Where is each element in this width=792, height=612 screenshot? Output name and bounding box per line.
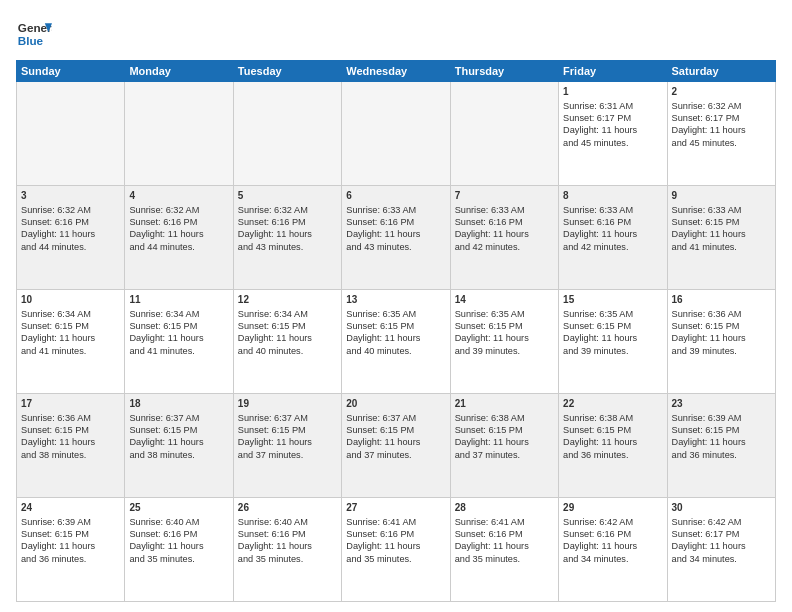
day-info: and 36 minutes.	[21, 553, 120, 565]
day-info: Daylight: 11 hours	[563, 540, 662, 552]
day-info: and 41 minutes.	[672, 241, 771, 253]
calendar-body: 1Sunrise: 6:31 AMSunset: 6:17 PMDaylight…	[17, 82, 776, 602]
day-info: and 39 minutes.	[563, 345, 662, 357]
day-info: Sunset: 6:15 PM	[129, 320, 228, 332]
day-info: Daylight: 11 hours	[455, 540, 554, 552]
day-info: and 40 minutes.	[346, 345, 445, 357]
calendar-day: 28Sunrise: 6:41 AMSunset: 6:16 PMDayligh…	[450, 498, 558, 602]
day-info: and 41 minutes.	[21, 345, 120, 357]
calendar-empty	[342, 82, 450, 186]
day-info: and 39 minutes.	[455, 345, 554, 357]
calendar-day: 17Sunrise: 6:36 AMSunset: 6:15 PMDayligh…	[17, 394, 125, 498]
day-info: and 38 minutes.	[129, 449, 228, 461]
day-number: 30	[672, 501, 771, 515]
calendar-empty	[17, 82, 125, 186]
day-info: Daylight: 11 hours	[563, 124, 662, 136]
day-info: and 44 minutes.	[21, 241, 120, 253]
weekday-header: Thursday	[450, 61, 558, 82]
calendar-day: 5Sunrise: 6:32 AMSunset: 6:16 PMDaylight…	[233, 186, 341, 290]
day-info: Sunset: 6:17 PM	[563, 112, 662, 124]
calendar-day: 8Sunrise: 6:33 AMSunset: 6:16 PMDaylight…	[559, 186, 667, 290]
day-number: 23	[672, 397, 771, 411]
day-info: Sunrise: 6:41 AM	[346, 516, 445, 528]
day-info: Sunrise: 6:42 AM	[672, 516, 771, 528]
day-number: 22	[563, 397, 662, 411]
day-info: Daylight: 11 hours	[672, 228, 771, 240]
day-info: Sunrise: 6:31 AM	[563, 100, 662, 112]
calendar-day: 24Sunrise: 6:39 AMSunset: 6:15 PMDayligh…	[17, 498, 125, 602]
day-info: Daylight: 11 hours	[129, 436, 228, 448]
day-info: and 35 minutes.	[238, 553, 337, 565]
day-info: Sunset: 6:15 PM	[21, 320, 120, 332]
calendar-day: 16Sunrise: 6:36 AMSunset: 6:15 PMDayligh…	[667, 290, 775, 394]
day-info: Sunrise: 6:35 AM	[455, 308, 554, 320]
day-info: Sunrise: 6:35 AM	[346, 308, 445, 320]
day-info: Sunset: 6:15 PM	[672, 320, 771, 332]
day-info: Sunrise: 6:39 AM	[672, 412, 771, 424]
day-info: Sunrise: 6:38 AM	[455, 412, 554, 424]
day-info: Sunrise: 6:34 AM	[21, 308, 120, 320]
day-info: Daylight: 11 hours	[672, 124, 771, 136]
day-number: 10	[21, 293, 120, 307]
day-info: Sunset: 6:16 PM	[21, 216, 120, 228]
day-info: Sunset: 6:15 PM	[455, 424, 554, 436]
day-info: Sunset: 6:17 PM	[672, 112, 771, 124]
day-info: Sunrise: 6:37 AM	[129, 412, 228, 424]
day-info: Sunrise: 6:35 AM	[563, 308, 662, 320]
day-info: Sunset: 6:16 PM	[455, 216, 554, 228]
day-info: Sunrise: 6:32 AM	[238, 204, 337, 216]
day-info: and 45 minutes.	[672, 137, 771, 149]
day-info: Sunrise: 6:34 AM	[238, 308, 337, 320]
weekday-header: Monday	[125, 61, 233, 82]
calendar-day: 15Sunrise: 6:35 AMSunset: 6:15 PMDayligh…	[559, 290, 667, 394]
calendar: SundayMondayTuesdayWednesdayThursdayFrid…	[16, 60, 776, 602]
day-number: 25	[129, 501, 228, 515]
day-info: and 34 minutes.	[563, 553, 662, 565]
calendar-day: 9Sunrise: 6:33 AMSunset: 6:15 PMDaylight…	[667, 186, 775, 290]
day-info: Sunset: 6:16 PM	[455, 528, 554, 540]
header: General Blue	[16, 16, 776, 52]
day-info: Sunset: 6:16 PM	[346, 528, 445, 540]
day-info: Sunset: 6:16 PM	[563, 216, 662, 228]
calendar-day: 6Sunrise: 6:33 AMSunset: 6:16 PMDaylight…	[342, 186, 450, 290]
day-info: Sunrise: 6:41 AM	[455, 516, 554, 528]
calendar-day: 25Sunrise: 6:40 AMSunset: 6:16 PMDayligh…	[125, 498, 233, 602]
day-info: Daylight: 11 hours	[563, 436, 662, 448]
day-info: Sunset: 6:16 PM	[238, 528, 337, 540]
calendar-day: 12Sunrise: 6:34 AMSunset: 6:15 PMDayligh…	[233, 290, 341, 394]
day-info: Sunrise: 6:32 AM	[672, 100, 771, 112]
day-info: Daylight: 11 hours	[563, 332, 662, 344]
calendar-week-row: 3Sunrise: 6:32 AMSunset: 6:16 PMDaylight…	[17, 186, 776, 290]
day-info: and 35 minutes.	[455, 553, 554, 565]
logo: General Blue	[16, 16, 52, 52]
day-info: Daylight: 11 hours	[21, 540, 120, 552]
day-info: and 35 minutes.	[129, 553, 228, 565]
calendar-empty	[233, 82, 341, 186]
day-info: Sunrise: 6:37 AM	[238, 412, 337, 424]
day-info: Daylight: 11 hours	[129, 228, 228, 240]
day-info: and 36 minutes.	[672, 449, 771, 461]
day-number: 26	[238, 501, 337, 515]
calendar-day: 3Sunrise: 6:32 AMSunset: 6:16 PMDaylight…	[17, 186, 125, 290]
day-info: Daylight: 11 hours	[346, 332, 445, 344]
day-number: 4	[129, 189, 228, 203]
day-number: 19	[238, 397, 337, 411]
day-number: 2	[672, 85, 771, 99]
day-info: Sunset: 6:16 PM	[563, 528, 662, 540]
day-info: Sunset: 6:15 PM	[129, 424, 228, 436]
day-info: and 36 minutes.	[563, 449, 662, 461]
day-number: 24	[21, 501, 120, 515]
day-info: Sunrise: 6:34 AM	[129, 308, 228, 320]
calendar-day: 22Sunrise: 6:38 AMSunset: 6:15 PMDayligh…	[559, 394, 667, 498]
day-info: Daylight: 11 hours	[238, 540, 337, 552]
day-info: Sunrise: 6:33 AM	[563, 204, 662, 216]
day-info: and 43 minutes.	[346, 241, 445, 253]
day-number: 5	[238, 189, 337, 203]
day-info: Daylight: 11 hours	[21, 332, 120, 344]
day-number: 11	[129, 293, 228, 307]
day-number: 9	[672, 189, 771, 203]
day-info: Sunrise: 6:40 AM	[238, 516, 337, 528]
logo-icon: General Blue	[16, 16, 52, 52]
day-info: and 37 minutes.	[238, 449, 337, 461]
calendar-day: 19Sunrise: 6:37 AMSunset: 6:15 PMDayligh…	[233, 394, 341, 498]
